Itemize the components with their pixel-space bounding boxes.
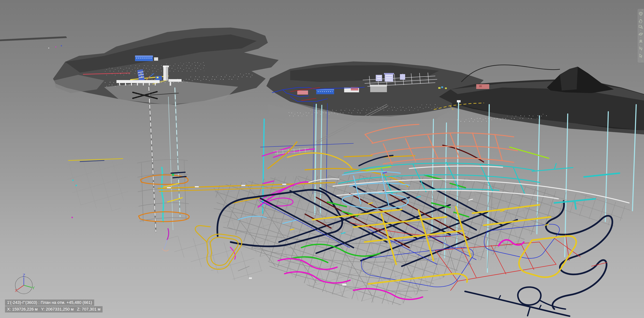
chevron-down-icon[interactable]: ▾ xyxy=(640,51,641,53)
status-coordinates: X: 159726,226 мY: 2067331,250 мZ: 707,30… xyxy=(5,306,102,312)
axis-z-label: Z xyxy=(23,274,25,278)
select-arrow-icon[interactable] xyxy=(638,53,644,59)
chevron-down-icon[interactable]: ▾ xyxy=(640,30,641,31)
walk-icon[interactable] xyxy=(638,46,644,51)
coordinate-z: Z: 707,301 м xyxy=(77,307,100,311)
chevron-down-icon[interactable]: ▾ xyxy=(640,37,641,39)
chevron-down-icon[interactable]: ▾ xyxy=(640,17,641,19)
mine-model-scene[interactable] xyxy=(0,0,644,318)
section-plan-text: 1'(-243)-Г'(3603) : План на отм. +45,480… xyxy=(7,300,92,305)
zoom-window-icon[interactable] xyxy=(638,24,644,30)
status-section-label: 1'(-243)-Г'(3603) : План на отм. +45,480… xyxy=(5,300,94,305)
orbit-icon[interactable] xyxy=(638,31,644,37)
orientation-axes-gizmo: Z Y X xyxy=(12,274,35,297)
3d-viewport[interactable]: ✕ ▾ ▾ ▾ ▾ xyxy=(0,0,644,318)
steering-wheel-icon[interactable] xyxy=(638,11,644,17)
chevron-down-icon[interactable]: ▾ xyxy=(640,44,641,46)
pan-hand-icon[interactable] xyxy=(638,19,644,24)
coordinate-y: Y: 2067331,250 м xyxy=(41,307,74,311)
navigation-bar: ✕ ▾ ▾ ▾ ▾ xyxy=(637,9,644,63)
collapse-navbar-icon[interactable]: ⊖ xyxy=(641,60,643,62)
look-around-icon[interactable] xyxy=(638,39,644,44)
axis-x-label: X xyxy=(15,288,18,293)
axis-y-label: Y xyxy=(32,286,35,290)
coordinate-x: X: 159726,226 м xyxy=(7,307,38,311)
close-icon[interactable]: ✕ xyxy=(641,9,643,11)
